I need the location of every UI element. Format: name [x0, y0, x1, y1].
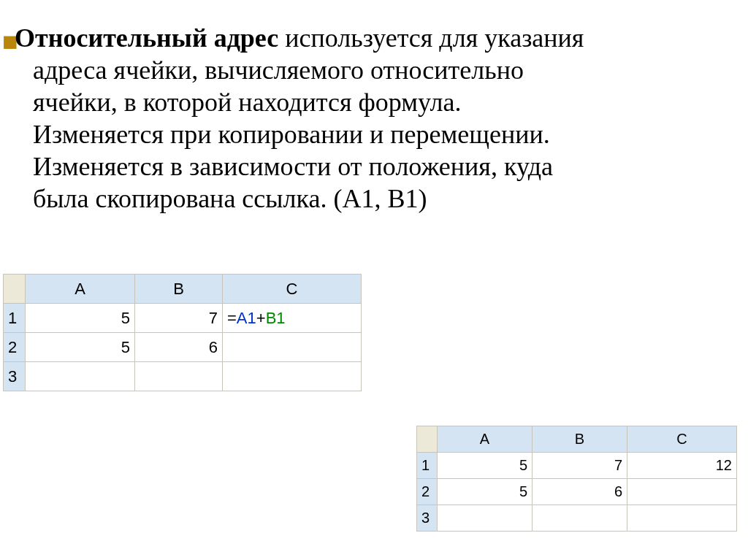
table-row: A B C [417, 426, 737, 453]
cell-C3 [627, 505, 737, 532]
table-row: 1 5 7 =A1+B1 [4, 304, 362, 333]
line2: адреса ячейки, вычисляемого относительно [15, 54, 730, 86]
cell-B1: 7 [135, 304, 223, 333]
col-header-B: B [533, 426, 627, 453]
row-header-3: 3 [4, 362, 26, 391]
table-row: 3 [4, 362, 362, 391]
col-header-B: B [135, 275, 223, 304]
cell-C2 [627, 479, 737, 505]
table-row: A B C [4, 275, 362, 304]
title-bold: Относительный адрес [15, 23, 278, 53]
cell-A3 [26, 362, 135, 391]
line6: была скопирована ссылка. (А1, В1) [15, 183, 730, 215]
cell-A1: 5 [26, 304, 135, 333]
table-row: 2 5 6 [417, 479, 737, 505]
corner-cell [4, 275, 26, 304]
cell-C3 [223, 362, 362, 391]
table-row: 1 5 7 12 [417, 453, 737, 479]
row-header-1: 1 [4, 304, 26, 333]
col-header-C: C [627, 426, 737, 453]
cell-A2: 5 [438, 479, 533, 505]
col-header-C: C [223, 275, 362, 304]
paragraph: Относительный адрес используется для ука… [15, 22, 730, 215]
cell-B2: 6 [533, 479, 627, 505]
line5: Изменяется в зависимости от положения, к… [15, 150, 730, 183]
formula-equals: = [227, 309, 237, 327]
spreadsheet-result: A B C 1 5 7 12 2 5 6 3 [416, 426, 737, 532]
cell-A3 [438, 505, 533, 532]
formula-plus: + [256, 309, 266, 327]
cell-C1: 12 [627, 453, 737, 479]
cell-C2 [223, 333, 362, 362]
cell-B3 [135, 362, 223, 391]
cell-B2: 6 [135, 333, 223, 362]
spreadsheet-formula: A B C 1 5 7 =A1+B1 2 5 6 3 [3, 274, 362, 391]
row-header-1: 1 [417, 453, 438, 479]
line4: Изменяется при копировании и перемещении… [15, 118, 730, 150]
cell-A1: 5 [438, 453, 533, 479]
row-header-3: 3 [417, 505, 438, 532]
formula-ref-A1: A1 [237, 309, 256, 327]
row-header-2: 2 [417, 479, 438, 505]
table-row: 3 [417, 505, 737, 532]
cell-C1-formula: =A1+B1 [223, 304, 362, 333]
cell-B3 [533, 505, 627, 532]
line3: ячейки, в которой находится формула. [15, 86, 730, 118]
slide: ■ Относительный адрес используется для у… [0, 0, 748, 560]
table-row: 2 5 6 [4, 333, 362, 362]
row-header-2: 2 [4, 333, 26, 362]
formula-ref-B1: B1 [266, 309, 286, 327]
col-header-A: A [26, 275, 135, 304]
cell-B1: 7 [533, 453, 627, 479]
cell-A2: 5 [26, 333, 135, 362]
corner-cell [417, 426, 438, 453]
title-rest: используется для указания [278, 23, 584, 53]
col-header-A: A [438, 426, 533, 453]
